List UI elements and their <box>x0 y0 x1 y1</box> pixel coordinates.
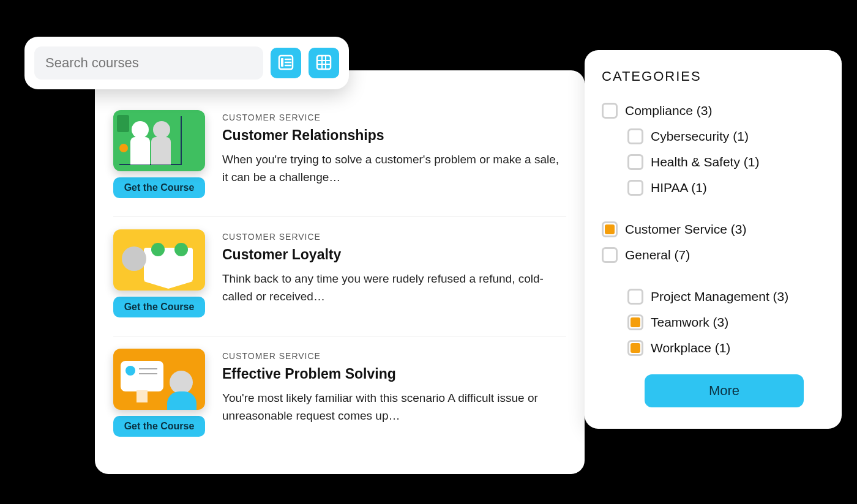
list-view-icon <box>277 54 294 73</box>
category-label: Workplace (1) <box>651 341 730 355</box>
course-description: When you're trying to solve a customer's… <box>222 151 566 186</box>
category-checkbox[interactable] <box>627 289 643 305</box>
svg-rect-1 <box>281 58 283 67</box>
category-checkbox[interactable] <box>627 154 643 170</box>
course-row: Get the Course CUSTOMER SERVICE Effectiv… <box>113 336 566 455</box>
course-description: Think back to any time you were rudely r… <box>222 270 566 305</box>
category-item[interactable]: Customer Service (3) <box>602 221 825 237</box>
more-button[interactable]: More <box>645 374 804 407</box>
course-row: Get the Course CUSTOMER SERVICE Customer… <box>113 217 566 336</box>
category-checkbox[interactable] <box>627 340 643 356</box>
course-description: You're most likely familiar with this sc… <box>222 390 566 424</box>
category-checkbox[interactable] <box>602 221 618 237</box>
course-category: CUSTOMER SERVICE <box>222 232 566 242</box>
course-title: Customer Relationships <box>222 127 566 144</box>
category-item[interactable]: Teamwork (3) <box>602 314 825 330</box>
course-category: CUSTOMER SERVICE <box>222 113 566 122</box>
category-item[interactable]: Workplace (1) <box>602 340 825 356</box>
svg-rect-5 <box>317 56 331 69</box>
category-label: Customer Service (3) <box>625 222 746 237</box>
category-checkbox[interactable] <box>627 128 643 144</box>
category-item[interactable]: Health & Safety (1) <box>602 154 825 170</box>
category-checkbox[interactable] <box>602 103 618 119</box>
category-label: Teamwork (3) <box>651 315 728 330</box>
category-checkbox[interactable] <box>602 247 618 263</box>
categories-title: CATEGORIES <box>602 69 825 84</box>
category-label: Health & Safety (1) <box>651 155 759 169</box>
course-thumbnail <box>113 349 205 410</box>
list-view-button[interactable] <box>271 48 301 78</box>
get-course-button[interactable]: Get the Course <box>113 177 205 198</box>
category-checkbox[interactable] <box>627 180 643 196</box>
category-label: Cybersecurity (1) <box>651 129 749 144</box>
category-item[interactable]: HIPAA (1) <box>602 180 825 196</box>
categories-panel: CATEGORIES Compliance (3)Cybersecurity (… <box>585 50 842 429</box>
search-input[interactable] <box>34 46 263 80</box>
course-thumbnail <box>113 110 205 171</box>
course-thumbnail <box>113 229 205 291</box>
category-item[interactable]: General (7) <box>602 247 825 263</box>
category-checkbox[interactable] <box>627 314 643 330</box>
category-item[interactable]: Project Management (3) <box>602 289 825 305</box>
course-list-panel: Get the Course CUSTOMER SERVICE Customer… <box>95 70 585 474</box>
category-label: Project Management (3) <box>651 289 788 304</box>
course-row: Get the Course CUSTOMER SERVICE Customer… <box>113 98 566 217</box>
grid-view-icon <box>315 54 332 73</box>
category-label: HIPAA (1) <box>651 180 707 195</box>
course-title: Customer Loyalty <box>222 246 566 263</box>
category-item[interactable]: Cybersecurity (1) <box>602 128 825 144</box>
search-bar <box>24 37 349 89</box>
get-course-button[interactable]: Get the Course <box>113 297 205 317</box>
grid-view-button[interactable] <box>309 48 339 78</box>
course-category: CUSTOMER SERVICE <box>222 351 566 361</box>
categories-list: Compliance (3)Cybersecurity (1)Health & … <box>602 103 825 356</box>
course-title: Effective Problem Solving <box>222 366 566 382</box>
category-label: Compliance (3) <box>625 103 712 118</box>
category-label: General (7) <box>625 248 690 262</box>
category-item[interactable]: Compliance (3) <box>602 103 825 119</box>
get-course-button[interactable]: Get the Course <box>113 416 205 437</box>
